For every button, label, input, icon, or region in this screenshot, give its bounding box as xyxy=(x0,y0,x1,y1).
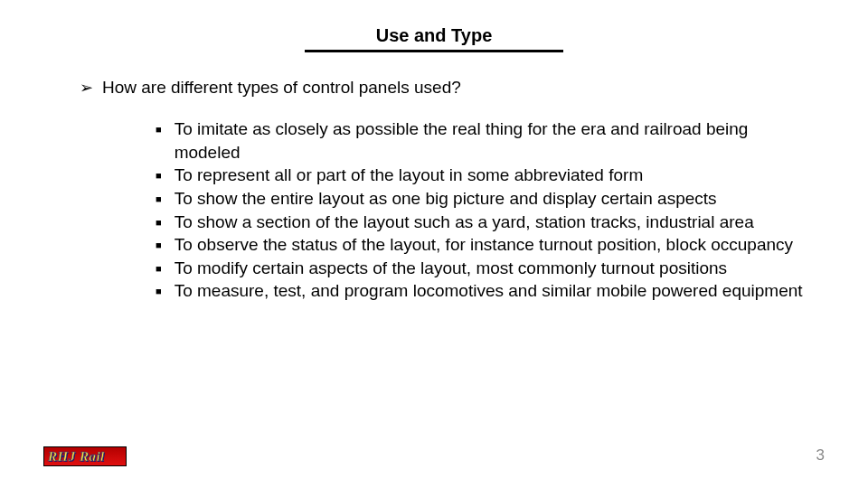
bullet-text: To show the entire layout as one big pic… xyxy=(175,187,717,211)
list-item: ■To show a section of the layout such as… xyxy=(156,211,805,234)
square-bullet-icon: ■ xyxy=(156,216,162,230)
bullet-text: To modify certain aspects of the layout,… xyxy=(175,257,727,280)
bullet-text: To show a section of the layout such as … xyxy=(175,211,754,234)
list-item: ■To modify certain aspects of the layout… xyxy=(156,257,805,280)
footer-logo: RHJ Rail xyxy=(43,446,127,466)
square-bullet-icon: ■ xyxy=(156,285,162,298)
slide-content: ➢ How are different types of control pan… xyxy=(0,52,868,303)
bullet-text: To measure, test, and program locomotive… xyxy=(175,279,803,303)
square-bullet-icon: ■ xyxy=(156,192,162,206)
question-text: How are different types of control panel… xyxy=(102,78,461,98)
bullet-text: To represent all or part of the layout i… xyxy=(175,164,644,187)
bullet-list: ■To imitate as closely as possible the r… xyxy=(80,117,805,303)
title-wrap: Use and Type xyxy=(0,0,868,52)
list-item: ■To observe the status of the layout, fo… xyxy=(156,233,805,257)
square-bullet-icon: ■ xyxy=(156,123,162,136)
square-bullet-icon: ■ xyxy=(156,262,162,276)
logo-box: RHJ Rail xyxy=(43,446,127,466)
bullet-text: To observe the status of the layout, for… xyxy=(175,233,793,257)
page-number: 3 xyxy=(816,446,825,465)
list-item: ■To measure, test, and program locomotiv… xyxy=(156,279,805,303)
bullet-text: To imitate as closely as possible the re… xyxy=(175,117,805,164)
slide: Use and Type ➢ How are different types o… xyxy=(0,0,868,488)
slide-title: Use and Type xyxy=(305,25,563,52)
question-line: ➢ How are different types of control pan… xyxy=(80,78,805,98)
square-bullet-icon: ■ xyxy=(156,239,162,252)
list-item: ■To represent all or part of the layout … xyxy=(156,164,805,187)
logo-text: RHJ Rail xyxy=(48,449,105,465)
list-item: ■To show the entire layout as one big pi… xyxy=(156,187,805,211)
arrow-icon: ➢ xyxy=(80,80,93,96)
list-item: ■To imitate as closely as possible the r… xyxy=(156,117,805,164)
square-bullet-icon: ■ xyxy=(156,169,162,183)
